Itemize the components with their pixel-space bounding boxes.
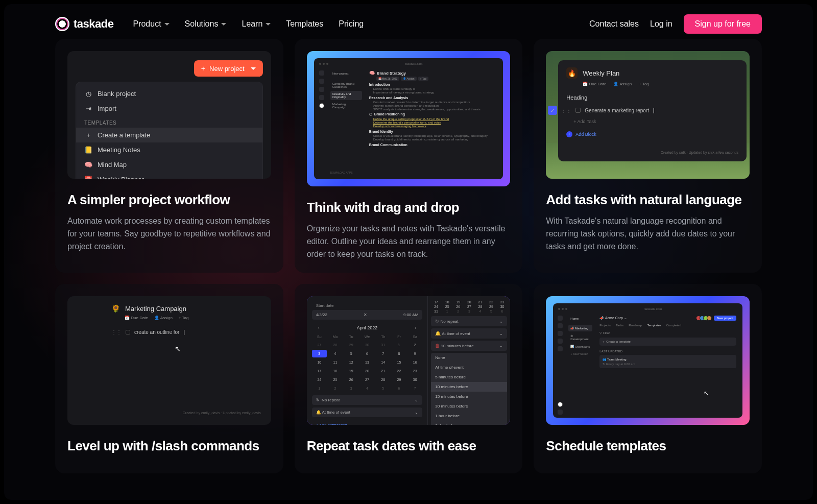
- site-header: taskade Product Solutions Learn Template…: [4, 4, 813, 44]
- template-item[interactable]: 👥 Team Meeting ↻ Every day at 9:00 am: [599, 355, 736, 368]
- nav-development[interactable]: ⚙ Development: [568, 332, 592, 342]
- plus-icon: +: [201, 64, 205, 73]
- tab-projects[interactable]: Projects: [599, 324, 611, 327]
- tag-chip[interactable]: + Tag: [179, 316, 189, 320]
- tab-tasks[interactable]: Tasks: [616, 324, 623, 327]
- nav-solutions[interactable]: Solutions: [185, 19, 227, 29]
- contact-sales-link[interactable]: Contact sales: [589, 19, 639, 29]
- feature-card-slash: 🌻 Marketing Campaign 📅 Due Date 👤 Assign…: [55, 284, 283, 473]
- next-month-button[interactable]: ›: [412, 325, 419, 330]
- task-checkbox[interactable]: [126, 330, 130, 334]
- plan-title: Weekly Plan: [583, 69, 619, 77]
- add-notification-button[interactable]: + Add notification: [312, 420, 423, 425]
- section-heading: Brand Communication: [369, 143, 497, 147]
- card-image: taskade.com Home 📣 Marketing ⚙ Developme…: [546, 296, 750, 425]
- add-block-button[interactable]: + Add Block: [566, 131, 738, 137]
- assign-chip[interactable]: 👤 Assign: [154, 316, 173, 320]
- menu-blank-project[interactable]: ◷Blank project: [76, 86, 262, 101]
- menu-item[interactable]: 30 minutes before: [431, 401, 507, 411]
- download-apps: DOWNLOAD APPS: [330, 171, 353, 174]
- date-time-field[interactable]: 4/3/22 ✕ 9:00 AM: [312, 310, 423, 320]
- card-title: Think with drag and drop: [307, 200, 511, 215]
- nav-marketing[interactable]: 📣 Marketing: [568, 325, 592, 331]
- menu-import[interactable]: ⇥Import: [76, 101, 262, 116]
- tab-completed[interactable]: Completed: [666, 324, 681, 327]
- nav-product[interactable]: Product: [133, 19, 169, 29]
- sidebar-avatar: [319, 103, 324, 108]
- nav-templates[interactable]: Templates: [286, 19, 323, 29]
- menu-item[interactable]: At time of event: [431, 363, 507, 372]
- tab-templates[interactable]: Templates: [647, 324, 661, 327]
- assign-chip[interactable]: 👤 Assign: [613, 82, 632, 86]
- menu-item[interactable]: 15 minutes before: [431, 392, 507, 401]
- app-window: taskade.com Home 📣 Marketing ⚙ Developme…: [553, 303, 742, 418]
- nav-home[interactable]: Home: [568, 316, 592, 322]
- add-task-button[interactable]: + Add Task: [573, 119, 738, 124]
- menu-mind-map[interactable]: 🧠Mind Map: [76, 157, 262, 172]
- nav-learn[interactable]: Learn: [242, 19, 271, 29]
- chevron-down-icon: [266, 23, 271, 26]
- repeat-dropdown[interactable]: ↻ No repeat⌄: [431, 316, 507, 326]
- feature-card-natural-language: 🔥 Weekly Plan 📅 Due Date 👤 Assign + Tag …: [534, 39, 762, 273]
- menu-item[interactable]: 1 day before: [431, 421, 507, 425]
- month-label: April 2022: [357, 325, 378, 330]
- nav-item[interactable]: Creativity and Originality: [330, 91, 362, 100]
- new-project-button[interactable]: New project: [714, 316, 736, 321]
- menu-item[interactable]: None: [431, 353, 507, 363]
- section-heading: Brand Identity: [369, 130, 497, 133]
- card-title: A simpler project workflow: [67, 192, 271, 208]
- card-title: Level up with /slash commands: [67, 438, 271, 454]
- menu-weekly-planner[interactable]: 📅Weekly Planner: [76, 172, 262, 179]
- chevron-down-icon: [251, 67, 256, 70]
- task-input[interactable]: create an outline for: [134, 329, 179, 335]
- nav-pricing[interactable]: Pricing: [339, 19, 364, 29]
- card-image: 🌻 Marketing Campaign 📅 Due Date 👤 Assign…: [67, 296, 271, 425]
- calendar-grid[interactable]: SuMoTuWeThFrSa27282930311234567891011121…: [312, 333, 423, 392]
- nav-new-project[interactable]: New project: [330, 70, 362, 77]
- workspace-title: Acme Corp: [605, 316, 623, 320]
- reminder-dropdown[interactable]: 🗑 10 minutes before⌄: [431, 341, 507, 351]
- nav-item[interactable]: Company Brand Guidelines: [330, 81, 362, 90]
- nav-item[interactable]: Marketing Campaign: [330, 101, 362, 110]
- menu-item[interactable]: 5 minutes before: [431, 372, 507, 382]
- login-link[interactable]: Log in: [650, 19, 672, 29]
- due-date-chip[interactable]: 📅 Due Date: [583, 82, 606, 86]
- notify-field[interactable]: 🔔 At time of event⌄: [312, 407, 423, 417]
- card-image: taskade.com New project Company Brand Gu…: [307, 51, 511, 186]
- cursor-icon: ↖: [704, 390, 709, 397]
- prev-month-button[interactable]: ‹: [315, 325, 323, 330]
- tag-chip[interactable]: + Tag: [639, 82, 649, 86]
- url-bar: taskade.com: [644, 307, 662, 310]
- brain-icon: 🧠: [84, 161, 92, 169]
- nav-new-folder[interactable]: + New folder: [568, 351, 592, 357]
- notify-dropdown[interactable]: 🔔 At time of event⌄: [431, 328, 507, 339]
- due-date-chip[interactable]: 📅 Due Date: [125, 316, 148, 320]
- create-template-row[interactable]: + Create a template: [599, 338, 736, 346]
- card-image: 🔥 Weekly Plan 📅 Due Date 👤 Assign + Tag …: [546, 51, 750, 179]
- brand-logo[interactable]: taskade: [55, 17, 113, 31]
- new-project-button[interactable]: + New project: [194, 60, 263, 77]
- menu-meeting-notes[interactable]: 📒Meeting Notes: [76, 142, 262, 157]
- card-title: Add tasks with natural language: [546, 192, 750, 208]
- nav-operations[interactable]: 📊 Operations: [568, 343, 592, 350]
- signup-button[interactable]: Sign up for free: [684, 14, 762, 34]
- tab-roadmap[interactable]: Roadmap: [629, 324, 642, 327]
- repeat-field[interactable]: ↻ No repeat⌄: [312, 395, 423, 405]
- avatar-icon: [558, 402, 563, 407]
- sunflower-icon: 🌻: [111, 304, 120, 313]
- task-checkbox[interactable]: [575, 108, 581, 113]
- clock-icon: ◷: [84, 90, 92, 98]
- menu-item[interactable]: 1 hour before: [431, 411, 507, 421]
- menu-create-template[interactable]: +Create a template: [76, 128, 262, 142]
- calendar-icon: 📅: [84, 176, 92, 179]
- task-text[interactable]: Generate a marketing report: [585, 108, 649, 113]
- menu-item[interactable]: 10 minutes before: [431, 382, 507, 392]
- section-heading: Introduction: [369, 83, 497, 86]
- fire-icon: 🔥: [566, 67, 578, 79]
- section-heading: Brand Positioning: [374, 112, 405, 116]
- feature-card-schedule-templates: taskade.com Home 📣 Marketing ⚙ Developme…: [534, 284, 762, 473]
- filter-button[interactable]: Filter: [603, 331, 610, 334]
- app-window: taskade.com New project Company Brand Gu…: [314, 58, 503, 179]
- reminder-menu: None At time of event 5 minutes before 1…: [431, 353, 507, 425]
- url-bar: taskade.com: [405, 62, 422, 65]
